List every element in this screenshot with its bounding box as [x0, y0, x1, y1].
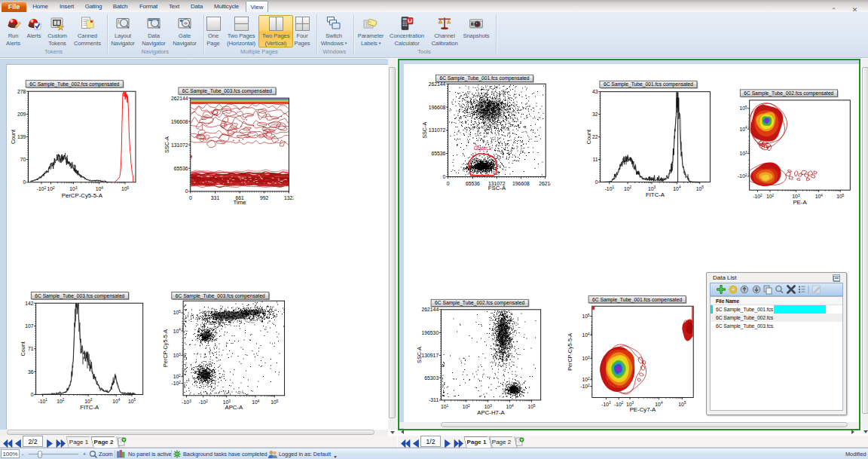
svg-text:65536: 65536	[431, 151, 445, 156]
svg-text:-101: -101	[605, 185, 615, 191]
svg-text:262144: 262144	[171, 96, 188, 101]
svg-text:196608: 196608	[171, 119, 188, 124]
svg-text:101: 101	[441, 404, 449, 409]
svg-text:104: 104	[506, 404, 515, 409]
svg-text:105: 105	[121, 186, 130, 191]
svg-text:209: 209	[17, 112, 26, 117]
svg-text:PE-A: PE-A	[793, 199, 807, 206]
svg-text:PE-Cy7-A: PE-Cy7-A	[630, 406, 656, 413]
svg-text:103: 103	[582, 356, 590, 361]
svg-text:262144: 262144	[429, 81, 446, 87]
svg-text:22: 22	[592, 134, 598, 139]
svg-text:6C Sample_Tube_002.fcs compens: 6C Sample_Tube_002.fcs compensated	[29, 81, 119, 87]
svg-text:131072: 131072	[429, 127, 446, 133]
svg-text:65303: 65303	[424, 375, 439, 381]
svg-text:107: 107	[25, 323, 34, 329]
svg-text:331: 331	[211, 195, 220, 200]
svg-text:196530: 196530	[422, 330, 439, 335]
svg-text:104: 104	[252, 399, 260, 405]
svg-text:103: 103	[792, 194, 800, 199]
svg-text:-102: -102	[580, 384, 590, 389]
svg-text:6C Sample_Tube_002.fcs compens: 6C Sample_Tube_002.fcs compensated	[435, 300, 524, 306]
svg-text:262144: 262144	[539, 181, 556, 186]
svg-text:0: 0	[23, 179, 26, 185]
svg-text:6C Sample_Tube_003.fcs compens: 6C Sample_Tube_003.fcs compensated	[176, 293, 265, 299]
svg-text:PerCP-Cy5-5-A: PerCP-Cy5-5-A	[162, 329, 169, 367]
svg-text:105: 105	[678, 401, 686, 406]
svg-text:6C Sample_Tube_003.fcs compens: 6C Sample_Tube_003.fcs compensated	[35, 293, 124, 299]
svg-text:196608: 196608	[429, 105, 446, 110]
svg-text:262144: 262144	[422, 307, 439, 312]
svg-text:1322: 1322	[284, 195, 295, 200]
svg-text:32: 32	[592, 112, 598, 117]
svg-text:-102: -102	[199, 399, 209, 405]
svg-text:105: 105	[270, 399, 279, 405]
svg-text:102: 102	[463, 404, 471, 409]
svg-text:6C Sample_Tube_001.fcs compens: 6C Sample_Tube_001.fcs compensated	[604, 81, 693, 87]
svg-text:103: 103	[648, 185, 656, 191]
svg-text:103: 103	[69, 186, 78, 191]
svg-text:70: 70	[20, 157, 26, 162]
svg-text:11: 11	[592, 157, 598, 162]
svg-text:130917: 130917	[422, 353, 439, 358]
svg-text:65536: 65536	[174, 166, 188, 171]
svg-text:102: 102	[57, 398, 65, 403]
svg-text:139: 139	[17, 134, 26, 139]
svg-text:0: 0	[443, 174, 446, 179]
svg-text:105: 105	[739, 106, 747, 111]
svg-text:Count: Count	[20, 341, 27, 356]
svg-text:FSC-A: FSC-A	[488, 185, 506, 191]
svg-text:103: 103	[173, 353, 182, 358]
svg-text:102: 102	[173, 374, 182, 379]
svg-text:65536: 65536	[466, 181, 480, 186]
svg-text:0: 0	[189, 195, 192, 200]
svg-text:105: 105	[696, 185, 704, 191]
svg-text:43: 43	[592, 89, 598, 94]
svg-text:6C Sample_Tube_001.fcs compens: 6C Sample_Tube_001.fcs compensated	[592, 297, 682, 303]
svg-text:102: 102	[582, 377, 590, 382]
svg-text:104: 104	[815, 194, 824, 199]
svg-text:Time: Time	[234, 199, 246, 206]
svg-text:104: 104	[673, 185, 681, 191]
svg-text:142: 142	[25, 301, 34, 306]
svg-text:PerCP-Cy5-5-A: PerCP-Cy5-5-A	[62, 192, 103, 199]
svg-text:-103: -103	[601, 401, 611, 406]
svg-text:0: 0	[595, 179, 598, 185]
svg-text:131072: 131072	[171, 142, 188, 148]
svg-text:104: 104	[96, 186, 104, 191]
svg-text:-102: -102	[753, 194, 763, 199]
svg-text:SSC-A: SSC-A	[422, 122, 429, 139]
svg-text:SSC-A: SSC-A	[164, 136, 170, 153]
svg-text:APC-A: APC-A	[225, 404, 243, 411]
svg-text:-101: -101	[38, 398, 47, 403]
svg-text:FITC-A: FITC-A	[80, 404, 99, 411]
svg-text:102: 102	[47, 186, 55, 191]
svg-text:FITC-A: FITC-A	[646, 191, 665, 198]
svg-text:-103: -103	[182, 399, 191, 405]
svg-text:0: 0	[185, 188, 188, 194]
svg-text:71: 71	[28, 346, 34, 351]
svg-text:-102: -102	[37, 186, 47, 191]
svg-text:PerCP-Cy5-5-A: PerCP-Cy5-5-A	[567, 333, 574, 371]
svg-text:36: 36	[28, 369, 34, 375]
svg-text:-102: -102	[614, 401, 624, 406]
svg-text:992: 992	[260, 195, 269, 200]
svg-text:104: 104	[655, 401, 663, 406]
svg-text:102: 102	[624, 185, 632, 191]
svg-text:-311: -311	[429, 397, 439, 402]
svg-text:105: 105	[173, 310, 182, 315]
svg-text:6C Sample_Tube_001.fcs compens: 6C Sample_Tube_001.fcs compensated	[439, 75, 529, 81]
svg-text:105: 105	[527, 404, 536, 409]
svg-text:0: 0	[447, 181, 450, 186]
svg-text:6C Sample_Tube_003.fcs compens: 6C Sample_Tube_003.fcs compensated	[182, 88, 272, 94]
svg-text:-102: -102	[172, 381, 182, 386]
svg-text:Count: Count	[10, 130, 17, 144]
svg-text:278: 278	[17, 89, 26, 94]
svg-text:102: 102	[766, 194, 775, 199]
svg-text:104: 104	[112, 398, 121, 403]
svg-text:APC-H7-A: APC-H7-A	[477, 409, 505, 416]
svg-text:SSC-A: SSC-A	[417, 347, 423, 363]
svg-text:105: 105	[836, 194, 845, 199]
svg-text:103: 103	[739, 151, 747, 156]
svg-text:-102: -102	[738, 173, 747, 179]
